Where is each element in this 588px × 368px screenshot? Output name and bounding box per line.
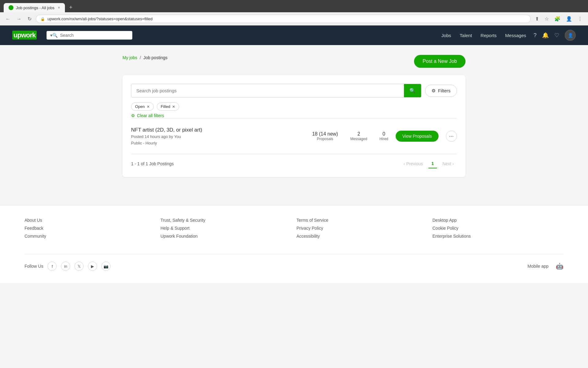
nav-icons: ? 🔔 ♡ 👤 bbox=[533, 30, 576, 41]
hired-value: 0 bbox=[379, 131, 388, 137]
job-title[interactable]: NFT artist (2D, 3D, or pixel art) bbox=[131, 127, 305, 133]
search-icon: 🔍 bbox=[409, 88, 416, 93]
twitter-icon[interactable]: 𝕏 bbox=[74, 262, 84, 271]
footer: About Us Feedback Community Trust, Safet… bbox=[0, 205, 588, 283]
job-meta: Posted 14 hours ago by You bbox=[131, 134, 305, 139]
view-proposals-button[interactable]: View Proposals bbox=[396, 131, 439, 142]
clear-filters-icon: ⚙ bbox=[131, 113, 135, 118]
filter-tag-open[interactable]: Open ✕ bbox=[131, 102, 154, 111]
back-btn[interactable]: ← bbox=[4, 15, 12, 23]
next-page-button[interactable]: Next › bbox=[439, 159, 457, 168]
job-info: NFT artist (2D, 3D, or pixel art) Posted… bbox=[131, 127, 305, 145]
linkedin-icon[interactable]: in bbox=[61, 262, 70, 271]
footer-help-support[interactable]: Help & Support bbox=[160, 226, 292, 231]
nav-messages[interactable]: Messages bbox=[505, 33, 526, 38]
pagination-summary: 1 - 1 of 1 Job Postings bbox=[131, 161, 174, 166]
youtube-icon[interactable]: ▶ bbox=[88, 262, 97, 271]
messaged-stat: 2 Messaged bbox=[350, 131, 367, 141]
footer-privacy[interactable]: Privacy Policy bbox=[296, 226, 428, 231]
search-input-wrap: 🔍 bbox=[131, 84, 421, 98]
main-nav: upwork ▾🔍 Search Jobs Talent Reports Mes… bbox=[0, 25, 588, 45]
browser-actions: ⬆ ☆ 🧩 👤 ⋮ bbox=[533, 15, 584, 23]
url-bar[interactable]: 🔒 upwork.com/nx/wm/all-jobs/?statuses=op… bbox=[36, 15, 531, 23]
help-btn[interactable]: ? bbox=[533, 32, 537, 39]
extensions-btn[interactable]: 🧩 bbox=[552, 15, 562, 23]
search-bar-row: 🔍 ⚙ Filters bbox=[131, 84, 457, 98]
next-label: Next bbox=[443, 161, 451, 166]
filter-tag-filled-label: Filled bbox=[161, 104, 170, 109]
messaged-label: Messaged bbox=[350, 137, 367, 141]
search-button[interactable]: 🔍 bbox=[404, 84, 421, 97]
tab-favicon bbox=[9, 5, 13, 10]
nav-talent[interactable]: Talent bbox=[460, 33, 472, 38]
footer-community[interactable]: Community bbox=[24, 234, 156, 239]
footer-feedback[interactable]: Feedback bbox=[24, 226, 156, 231]
filter-tag-open-remove[interactable]: ✕ bbox=[147, 105, 150, 109]
share-btn[interactable]: ⬆ bbox=[533, 15, 541, 23]
nav-links: Jobs Talent Reports Messages bbox=[441, 33, 526, 38]
footer-col-1: About Us Feedback Community bbox=[24, 218, 156, 242]
nav-search-icon: ▾🔍 bbox=[50, 33, 58, 38]
footer-about-us[interactable]: About Us bbox=[24, 218, 156, 223]
footer-trust-safety[interactable]: Trust, Safety & Security bbox=[160, 218, 292, 223]
previous-page-button[interactable]: ‹ Previous bbox=[401, 159, 426, 168]
footer-accessibility[interactable]: Accessibility bbox=[296, 234, 428, 239]
clear-all-filters-button[interactable]: ⚙ Clear all filters bbox=[131, 113, 164, 118]
breadcrumb-parent[interactable]: My jobs bbox=[123, 55, 137, 60]
footer-desktop-app[interactable]: Desktop App bbox=[432, 218, 564, 223]
footer-upwork-foundation[interactable]: Upwork Foundation bbox=[160, 234, 292, 239]
filter-tag-filled[interactable]: Filled ✕ bbox=[157, 102, 179, 111]
filters-button[interactable]: ⚙ Filters bbox=[425, 85, 457, 97]
forward-btn[interactable]: → bbox=[15, 15, 23, 23]
nav-search-bar[interactable]: ▾🔍 Search bbox=[47, 31, 132, 40]
browser-tab[interactable]: Job postings - All jobs × bbox=[4, 3, 65, 12]
footer-col-2: Trust, Safety & Security Help & Support … bbox=[160, 218, 292, 242]
logo-text: upwork bbox=[12, 31, 37, 40]
breadcrumb-row: My jobs / Job postings Post a New Job bbox=[123, 55, 466, 68]
job-stats: 18 (14 new) Proposals 2 Messaged 0 Hired bbox=[312, 131, 388, 141]
hired-stat: 0 Hired bbox=[379, 131, 388, 141]
footer-links: About Us Feedback Community Trust, Safet… bbox=[24, 218, 564, 242]
facebook-icon[interactable]: f bbox=[47, 262, 57, 271]
mobile-app-label: Mobile app bbox=[528, 264, 549, 269]
nav-reports[interactable]: Reports bbox=[481, 33, 497, 38]
filter-tag-filled-remove[interactable]: ✕ bbox=[172, 105, 175, 109]
profile-btn[interactable]: 👤 bbox=[564, 15, 574, 23]
url-text: upwork.com/nx/wm/all-jobs/?statuses=open… bbox=[47, 17, 153, 21]
instagram-icon[interactable]: 📷 bbox=[101, 262, 111, 271]
breadcrumb-separator: / bbox=[140, 55, 141, 60]
footer-cookie-policy[interactable]: Cookie Policy bbox=[432, 226, 564, 231]
refresh-btn[interactable]: ↻ bbox=[26, 15, 33, 23]
proposals-stat: 18 (14 new) Proposals bbox=[312, 131, 338, 141]
footer-terms[interactable]: Terms of Service bbox=[296, 218, 428, 223]
google-play-icon[interactable]: 🤖 bbox=[556, 263, 564, 270]
filters-label: Filters bbox=[438, 88, 450, 93]
footer-col-3: Terms of Service Privacy Policy Accessib… bbox=[296, 218, 428, 242]
new-tab-btn[interactable]: + bbox=[66, 2, 76, 12]
bookmark-btn[interactable]: ☆ bbox=[543, 15, 551, 23]
upwork-logo[interactable]: upwork bbox=[12, 31, 37, 39]
footer-col-4: Desktop App Cookie Policy Enterprise Sol… bbox=[432, 218, 564, 242]
proposals-label: Proposals bbox=[312, 137, 338, 141]
post-new-job-button[interactable]: Post a New Job bbox=[414, 55, 466, 68]
job-visibility: Public - Hourly bbox=[131, 141, 305, 145]
menu-btn[interactable]: ⋮ bbox=[576, 15, 584, 23]
breadcrumb: My jobs / Job postings bbox=[123, 55, 168, 60]
prev-label: Previous bbox=[406, 161, 423, 166]
footer-enterprise[interactable]: Enterprise Solutions bbox=[432, 234, 564, 239]
more-options-button[interactable]: ··· bbox=[446, 131, 457, 142]
clear-filters-label: Clear all filters bbox=[137, 113, 164, 118]
notifications-btn[interactable]: 🔔 bbox=[542, 32, 549, 39]
current-page-number: 1 bbox=[428, 159, 437, 168]
prev-arrow-icon: ‹ bbox=[404, 161, 405, 166]
nav-search-label: Search bbox=[60, 33, 74, 38]
user-avatar[interactable]: 👤 bbox=[565, 30, 576, 41]
saved-btn[interactable]: ♡ bbox=[554, 32, 559, 39]
hired-label: Hired bbox=[379, 137, 388, 141]
lock-icon: 🔒 bbox=[40, 17, 45, 21]
nav-jobs[interactable]: Jobs bbox=[441, 33, 451, 38]
search-input[interactable] bbox=[131, 84, 404, 97]
tab-close-btn[interactable]: × bbox=[58, 6, 60, 10]
pagination-row: 1 - 1 of 1 Job Postings ‹ Previous 1 Nex… bbox=[131, 154, 457, 168]
active-filters-row: Open ✕ Filled ✕ bbox=[131, 102, 457, 111]
